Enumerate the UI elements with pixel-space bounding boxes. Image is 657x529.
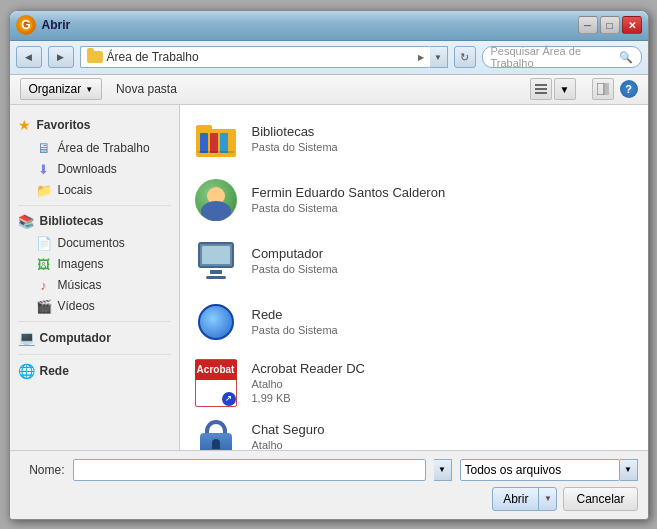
filename-dropdown-button[interactable]: ▼ [434, 459, 452, 481]
filetype-wrapper: Todos os arquivos ▼ [460, 459, 638, 481]
chat-seguro-file-info: Chat Seguro Atalho 2.52 KB [252, 422, 325, 450]
back-button[interactable]: ◀ [16, 46, 42, 68]
locais-icon: 📁 [36, 183, 52, 198]
search-icon[interactable]: 🔍 [619, 51, 633, 64]
sidebar-header-bibliotecas[interactable]: 📚 Bibliotecas [10, 210, 179, 233]
favoritos-icon: ★ [18, 117, 31, 133]
location-bar[interactable]: Área de Trabalho ▶ [80, 46, 430, 68]
file-name: Rede [252, 307, 338, 322]
help-button[interactable]: ? [620, 80, 638, 98]
maximize-button[interactable]: □ [600, 16, 620, 34]
pdf-icon: Acrobat ↗ [195, 359, 237, 407]
chat-seguro-file-icon: ↗ [192, 420, 240, 450]
search-placeholder: Pesquisar Área de Trabalho [491, 45, 615, 69]
area-de-trabalho-icon: 🖥 [36, 140, 52, 156]
monitor-screen [202, 246, 230, 264]
file-list: Bibliotecas Pasta do Sistema Fermin Edua… [180, 105, 648, 450]
dialog-window: G Abrir ─ □ ✕ ◀ ▶ Área de Trabalho ▶ ▼ ↻… [9, 10, 649, 520]
pdf-label: Acrobat [195, 360, 237, 380]
sidebar-item-locais[interactable]: 📁 Locais [10, 180, 179, 201]
user-file-icon [192, 176, 240, 224]
bottom-bar: Nome: ▼ Todos os arquivos ▼ Abrir ▼ Canc… [10, 450, 648, 519]
rede-label: Rede [40, 364, 69, 378]
view-buttons: ▼ [530, 78, 576, 100]
svg-rect-6 [597, 83, 604, 95]
acrobat-file-info: Acrobat Reader DC Atalho 1,99 KB [252, 361, 365, 404]
sidebar-item-musicas[interactable]: ♪ Músicas [10, 275, 179, 296]
file-item-rede[interactable]: Rede Pasta do Sistema [180, 292, 648, 353]
file-type: Atalho [252, 378, 365, 390]
sidebar-item-videos[interactable]: 🎬 Vídeos [10, 296, 179, 317]
file-type: Pasta do Sistema [252, 141, 338, 153]
bibliotecas-label: Bibliotecas [40, 214, 104, 228]
documentos-icon: 📄 [36, 236, 52, 251]
refresh-button[interactable]: ↻ [454, 46, 476, 68]
musicas-label: Músicas [58, 278, 102, 292]
file-item-chat-seguro[interactable]: ↗ Chat Seguro Atalho 2.52 KB [180, 414, 648, 450]
cancelar-button[interactable]: Cancelar [563, 487, 637, 511]
view-dropdown-button[interactable]: ▼ [554, 78, 576, 100]
view-details-button[interactable] [530, 78, 552, 100]
sidebar-item-imagens[interactable]: 🖼 Imagens [10, 254, 179, 275]
sidebar-section-computador: 💻 Computador [10, 326, 179, 350]
sidebar-item-documentos[interactable]: 📄 Documentos [10, 233, 179, 254]
bibliotecas-file-icon [192, 115, 240, 163]
documentos-label: Documentos [58, 236, 125, 250]
acrobat-file-icon: Acrobat ↗ [192, 359, 240, 407]
file-item-bibliotecas[interactable]: Bibliotecas Pasta do Sistema [180, 109, 648, 170]
location-arrow: ▶ [418, 53, 424, 62]
organize-arrow-icon: ▼ [85, 85, 93, 94]
sidebar-item-rede[interactable]: 🌐 Rede [10, 359, 179, 383]
preview-button[interactable] [592, 78, 614, 100]
main-content: ★ Favoritos 🖥 Área de Trabalho ⬇ Downloa… [10, 105, 648, 450]
downloads-label: Downloads [58, 162, 117, 176]
computador-file-info: Computador Pasta do Sistema [252, 246, 338, 275]
nome-label: Nome: [20, 463, 65, 477]
abrir-button[interactable]: Abrir ▼ [492, 487, 557, 511]
location-text: Área de Trabalho [107, 50, 414, 64]
file-name: Chat Seguro [252, 422, 325, 437]
sidebar-item-downloads[interactable]: ⬇ Downloads [10, 159, 179, 180]
file-type: Pasta do Sistema [252, 324, 338, 336]
actionbar: Organizar ▼ Nova pasta ▼ ? [10, 75, 648, 105]
abrir-arrow-icon[interactable]: ▼ [538, 487, 556, 511]
lock-icon: ↗ [195, 420, 237, 450]
organize-button[interactable]: Organizar ▼ [20, 78, 103, 100]
computer-file-icon [192, 237, 240, 285]
nova-pasta-button[interactable]: Nova pasta [108, 78, 185, 100]
sidebar-section-favoritos: ★ Favoritos 🖥 Área de Trabalho ⬇ Downloa… [10, 113, 179, 201]
svg-rect-11 [210, 133, 218, 153]
favoritos-label: Favoritos [37, 118, 91, 132]
file-item-acrobat[interactable]: Acrobat ↗ Acrobat Reader DC Atalho 1,99 … [180, 353, 648, 414]
minimize-button[interactable]: ─ [578, 16, 598, 34]
filename-row: Nome: ▼ Todos os arquivos ▼ [20, 459, 638, 481]
svg-rect-4 [535, 88, 547, 90]
sidebar-item-area-de-trabalho[interactable]: 🖥 Área de Trabalho [10, 137, 179, 159]
location-dropdown-button[interactable]: ▼ [430, 46, 448, 68]
area-de-trabalho-label: Área de Trabalho [58, 141, 150, 155]
monitor-stand [210, 270, 222, 274]
computador-icon: 💻 [18, 330, 34, 346]
sidebar-item-computador[interactable]: 💻 Computador [10, 326, 179, 350]
filename-input[interactable] [73, 459, 426, 481]
dialog-title: Abrir [42, 18, 578, 32]
close-button[interactable]: ✕ [622, 16, 642, 34]
file-item-user[interactable]: Fermin Eduardo Santos Calderon Pasta do … [180, 170, 648, 231]
bibliotecas-header-icon: 📚 [18, 214, 34, 229]
file-type: Atalho [252, 439, 325, 450]
sidebar-separator-1 [18, 205, 171, 206]
svg-rect-7 [605, 83, 609, 95]
sidebar-header-favoritos[interactable]: ★ Favoritos [10, 113, 179, 137]
svg-rect-5 [535, 92, 547, 94]
rede-file-info: Rede Pasta do Sistema [252, 307, 338, 336]
sidebar: ★ Favoritos 🖥 Área de Trabalho ⬇ Downloa… [10, 105, 180, 450]
globe-icon [198, 304, 234, 340]
filetype-select[interactable]: Todos os arquivos [460, 459, 620, 481]
user-avatar-icon [195, 179, 237, 221]
filetype-dropdown-button[interactable]: ▼ [620, 459, 638, 481]
rede-icon: 🌐 [18, 363, 34, 379]
forward-button[interactable]: ▶ [48, 46, 74, 68]
file-item-computador[interactable]: Computador Pasta do Sistema [180, 231, 648, 292]
titlebar: G Abrir ─ □ ✕ [10, 11, 648, 41]
search-bar[interactable]: Pesquisar Área de Trabalho 🔍 [482, 46, 642, 68]
